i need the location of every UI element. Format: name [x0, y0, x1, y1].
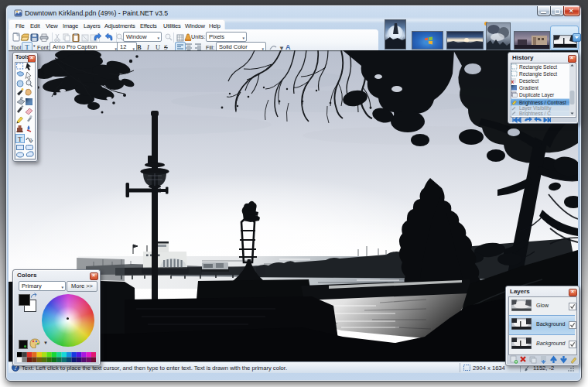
svg-text:x: x [511, 79, 514, 84]
svg-text:T: T [18, 135, 22, 143]
svg-text:Brightness / C: Brightness / C [519, 111, 551, 117]
svg-text:Rectangle Select: Rectangle Select [519, 71, 557, 77]
svg-text:Gradient: Gradient [519, 85, 538, 91]
svg-text:Duplicate Layer: Duplicate Layer [519, 92, 555, 98]
svg-text:Deselect: Deselect [519, 78, 538, 84]
svg-text:Rectangle Select: Rectangle Select [519, 64, 557, 70]
